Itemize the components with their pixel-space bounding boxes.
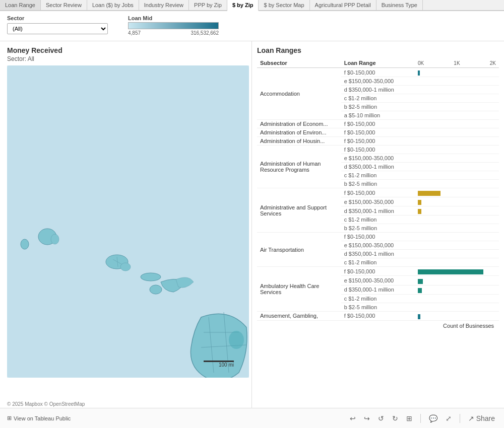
tab-sector-review[interactable]: Sector Review [41, 0, 87, 10]
tab-industry-review[interactable]: Industry Review [139, 0, 189, 10]
tab-by-sector-map[interactable]: $ by Sector Map [259, 0, 309, 10]
revert-button[interactable]: ↺ [376, 413, 386, 423]
bar-cell [415, 103, 499, 111]
bar-cell [415, 154, 499, 163]
x-label-0k: 0K [418, 60, 424, 66]
legend-labels: 4,857 316,532,662 [128, 30, 219, 36]
range-cell: b $2-5 million [341, 224, 415, 233]
fullscreen-button[interactable]: ⤢ [444, 413, 454, 423]
sector-control: Sector (All) Agriculture Construction Fi… [7, 15, 108, 34]
range-cell: f $0-150,000 [341, 146, 415, 154]
bar-cell [415, 137, 499, 146]
undo-button[interactable]: ↩ [348, 413, 358, 423]
range-cell: e $150,000-350,000 [341, 154, 415, 163]
svg-point-2 [21, 239, 29, 249]
tab-business-type[interactable]: Business Type [376, 0, 423, 10]
tableau-icon: ⊞ [7, 415, 12, 421]
bar-cell [415, 180, 499, 188]
subsector-cell: Administrative and Support Services [257, 188, 341, 233]
range-cell: b $2-5 million [341, 180, 415, 188]
range-cell: c $1-2 million [341, 216, 415, 224]
tableau-link[interactable]: ⊞ View on Tableau Public [7, 415, 71, 421]
col-bar: 0K 1K 2K [415, 58, 499, 68]
map-scale: 100 mi [204, 361, 234, 368]
comment-button[interactable]: 💬 [427, 413, 439, 423]
svg-point-10 [150, 285, 162, 294]
bar-cell [415, 311, 499, 320]
map-subtitle: Sector: All [7, 55, 244, 62]
tab-by-zip[interactable]: $ by Zip [227, 0, 259, 11]
bar-cell [415, 86, 499, 94]
range-cell: f $0-150,000 [341, 233, 415, 241]
subsector-cell: Administration of Human Resource Program… [257, 146, 341, 188]
bar [418, 269, 483, 274]
range-cell: e $150,000-350,000 [341, 197, 415, 206]
table-row: Amusement, Gambling,f $0-150,000 [257, 311, 499, 320]
x-label-2k: 2K [490, 60, 496, 66]
col-loan-range: Loan Range [341, 58, 415, 68]
table-row: Administration of Environ...f $0-150,000 [257, 128, 499, 137]
table-row: Ambulatory Health Care Servicesf $0-150,… [257, 267, 499, 276]
bar-cell [415, 146, 499, 154]
redo-button[interactable]: ↪ [362, 413, 372, 423]
subsector-cell: Administration of Housin... [257, 137, 341, 146]
bar-cell [415, 111, 499, 120]
expand-button[interactable]: ⊞ [404, 413, 414, 423]
range-cell: c $1-2 million [341, 294, 415, 303]
bar-cell [415, 120, 499, 128]
chart-title: Loan Ranges [257, 46, 499, 54]
legend-min: 4,857 [128, 30, 141, 36]
map-title: Money Received [7, 46, 244, 54]
svg-point-9 [141, 273, 161, 281]
bar-cell [415, 294, 499, 303]
toolbar-divider [420, 414, 421, 423]
table-row: Administration of Econom...f $0-150,000 [257, 120, 499, 128]
range-cell: d $350,000-1 million [341, 250, 415, 258]
legend-group: Loan Mid 4,857 316,532,662 [128, 15, 219, 36]
table-row: Accommodationf $0-150,000 [257, 68, 499, 77]
bar-cell [415, 197, 499, 206]
tab-ppp-by-zip[interactable]: PPP by Zip [189, 0, 227, 10]
range-cell: e $150,000-350,000 [341, 241, 415, 250]
bar-cell [415, 171, 499, 180]
forward-button[interactable]: ↻ [390, 413, 400, 423]
bar-cell [415, 303, 499, 311]
bar-cell [415, 77, 499, 86]
tab-loan-jobs[interactable]: Loan ($) by Jobs [87, 0, 139, 10]
share-label: Share [476, 414, 495, 422]
loan-ranges-table: Subsector Loan Range 0K 1K 2K Accommodat… [257, 58, 499, 321]
bar-cell [415, 128, 499, 137]
range-cell: d $350,000-1 million [341, 86, 415, 94]
bar-cell [415, 68, 499, 77]
tab-ag-ppp[interactable]: Agricultural PPP Detail [310, 0, 376, 10]
x-label-1k: 1K [454, 60, 460, 66]
range-cell: e $150,000-350,000 [341, 276, 415, 285]
tableau-link-text: View on Tableau Public [14, 415, 71, 421]
range-cell: c $1-2 million [341, 94, 415, 103]
range-cell: b $2-5 million [341, 303, 415, 311]
subsector-cell: Administration of Environ... [257, 128, 341, 137]
tab-loan-range[interactable]: Loan Range [0, 0, 41, 10]
range-cell: e $150,000-350,000 [341, 77, 415, 86]
range-cell: c $1-2 million [341, 171, 415, 180]
range-cell: f $0-150,000 [341, 311, 415, 320]
table-row: Administration of Human Resource Program… [257, 146, 499, 154]
bar-cell [415, 224, 499, 233]
legend-max: 316,532,662 [191, 30, 219, 36]
table-row: Administrative and Support Servicesf $0-… [257, 188, 499, 197]
subsector-cell: Air Transportation [257, 233, 341, 267]
bar-cell [415, 285, 499, 294]
sector-select[interactable]: (All) Agriculture Construction Finance [7, 23, 108, 34]
share-icon: ↗ [468, 414, 474, 422]
map-container[interactable]: 100 mi [7, 65, 249, 378]
bar [418, 200, 421, 205]
range-cell: d $350,000-1 million [341, 163, 415, 171]
subsector-cell: Ambulatory Health Care Services [257, 267, 341, 311]
range-cell: f $0-150,000 [341, 128, 415, 137]
bar [418, 209, 421, 214]
main-content: Money Received Sector: All [0, 41, 504, 408]
share-button[interactable]: ↗ Share [466, 413, 497, 423]
subsector-cell: Accommodation [257, 68, 341, 120]
bar-cell [415, 233, 499, 241]
map-panel: Money Received Sector: All [0, 41, 252, 408]
